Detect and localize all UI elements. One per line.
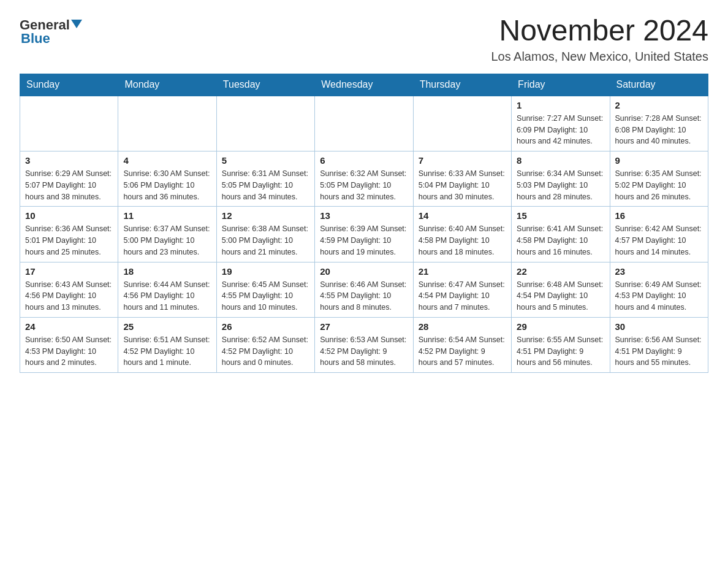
day-info: Sunrise: 6:37 AM Sunset: 5:00 PM Dayligh…: [123, 223, 211, 258]
calendar-cell: [20, 96, 118, 151]
day-info: Sunrise: 6:48 AM Sunset: 4:54 PM Dayligh…: [517, 279, 604, 313]
day-info: Sunrise: 7:28 AM Sunset: 6:08 PM Dayligh…: [615, 113, 703, 147]
day-number: 27: [320, 321, 408, 332]
calendar-cell: 4Sunrise: 6:30 AM Sunset: 5:06 PM Daylig…: [118, 151, 216, 207]
calendar-weekday-header: Sunday: [20, 74, 118, 96]
calendar-cell: 5Sunrise: 6:31 AM Sunset: 5:05 PM Daylig…: [216, 151, 314, 207]
calendar-cell: 25Sunrise: 6:51 AM Sunset: 4:52 PM Dayli…: [118, 317, 216, 372]
logo: General Blue: [20, 17, 82, 47]
logo-arrow-icon: [71, 20, 82, 28]
calendar-cell: [315, 96, 413, 151]
calendar-table: SundayMondayTuesdayWednesdayThursdayFrid…: [20, 74, 708, 373]
calendar-cell: 7Sunrise: 6:33 AM Sunset: 5:04 PM Daylig…: [413, 151, 511, 207]
calendar-cell: 23Sunrise: 6:49 AM Sunset: 4:53 PM Dayli…: [610, 262, 708, 317]
day-number: 4: [123, 155, 211, 166]
calendar-cell: 30Sunrise: 6:56 AM Sunset: 4:51 PM Dayli…: [610, 317, 708, 372]
day-number: 8: [517, 155, 604, 166]
calendar-header-row: SundayMondayTuesdayWednesdayThursdayFrid…: [20, 74, 708, 96]
calendar-cell: 15Sunrise: 6:41 AM Sunset: 4:58 PM Dayli…: [512, 207, 610, 262]
day-number: 18: [123, 266, 211, 277]
day-info: Sunrise: 6:55 AM Sunset: 4:51 PM Dayligh…: [517, 334, 604, 369]
calendar-week-row: 10Sunrise: 6:36 AM Sunset: 5:01 PM Dayli…: [20, 207, 708, 262]
day-number: 14: [419, 210, 506, 221]
logo-blue-text: Blue: [21, 31, 50, 47]
calendar-cell: 6Sunrise: 6:32 AM Sunset: 5:05 PM Daylig…: [315, 151, 413, 207]
day-number: 11: [123, 210, 211, 221]
day-number: 7: [419, 155, 506, 166]
day-info: Sunrise: 6:31 AM Sunset: 5:05 PM Dayligh…: [222, 168, 309, 202]
day-number: 15: [517, 210, 604, 221]
day-info: Sunrise: 6:39 AM Sunset: 4:59 PM Dayligh…: [320, 223, 408, 258]
calendar-cell: 8Sunrise: 6:34 AM Sunset: 5:03 PM Daylig…: [512, 151, 610, 207]
day-number: 3: [25, 155, 113, 166]
day-info: Sunrise: 6:32 AM Sunset: 5:05 PM Dayligh…: [320, 168, 408, 202]
title-block: November 2024 Los Alamos, New Mexico, Un…: [491, 15, 708, 64]
calendar-cell: 9Sunrise: 6:35 AM Sunset: 5:02 PM Daylig…: [610, 151, 708, 207]
day-info: Sunrise: 6:53 AM Sunset: 4:52 PM Dayligh…: [320, 334, 408, 369]
calendar-cell: [118, 96, 216, 151]
calendar-cell: 13Sunrise: 6:39 AM Sunset: 4:59 PM Dayli…: [315, 207, 413, 262]
calendar-cell: 18Sunrise: 6:44 AM Sunset: 4:56 PM Dayli…: [118, 262, 216, 317]
page-header: General Blue November 2024 Los Alamos, N…: [20, 15, 708, 64]
calendar-cell: 10Sunrise: 6:36 AM Sunset: 5:01 PM Dayli…: [20, 207, 118, 262]
calendar-cell: 26Sunrise: 6:52 AM Sunset: 4:52 PM Dayli…: [216, 317, 314, 372]
day-info: Sunrise: 6:45 AM Sunset: 4:55 PM Dayligh…: [222, 279, 309, 313]
page-subtitle: Los Alamos, New Mexico, United States: [491, 50, 708, 64]
day-number: 2: [615, 100, 703, 110]
day-info: Sunrise: 6:29 AM Sunset: 5:07 PM Dayligh…: [25, 168, 113, 202]
calendar-cell: 2Sunrise: 7:28 AM Sunset: 6:08 PM Daylig…: [610, 96, 708, 151]
calendar-cell: 28Sunrise: 6:54 AM Sunset: 4:52 PM Dayli…: [413, 317, 511, 372]
calendar-cell: 29Sunrise: 6:55 AM Sunset: 4:51 PM Dayli…: [512, 317, 610, 372]
calendar-cell: 12Sunrise: 6:38 AM Sunset: 5:00 PM Dayli…: [216, 207, 314, 262]
calendar-cell: 19Sunrise: 6:45 AM Sunset: 4:55 PM Dayli…: [216, 262, 314, 317]
calendar-cell: 21Sunrise: 6:47 AM Sunset: 4:54 PM Dayli…: [413, 262, 511, 317]
calendar-cell: [413, 96, 511, 151]
calendar-cell: 17Sunrise: 6:43 AM Sunset: 4:56 PM Dayli…: [20, 262, 118, 317]
day-number: 23: [615, 266, 703, 277]
calendar-week-row: 1Sunrise: 7:27 AM Sunset: 6:09 PM Daylig…: [20, 96, 708, 151]
day-number: 1: [517, 100, 604, 110]
calendar-weekday-header: Thursday: [413, 74, 511, 96]
calendar-cell: 11Sunrise: 6:37 AM Sunset: 5:00 PM Dayli…: [118, 207, 216, 262]
calendar-cell: 3Sunrise: 6:29 AM Sunset: 5:07 PM Daylig…: [20, 151, 118, 207]
day-info: Sunrise: 6:35 AM Sunset: 5:02 PM Dayligh…: [615, 168, 703, 202]
day-info: Sunrise: 6:41 AM Sunset: 4:58 PM Dayligh…: [517, 223, 604, 258]
day-number: 21: [419, 266, 506, 277]
day-number: 30: [615, 321, 703, 332]
day-number: 22: [517, 266, 604, 277]
day-info: Sunrise: 6:36 AM Sunset: 5:01 PM Dayligh…: [25, 223, 113, 258]
day-info: Sunrise: 6:43 AM Sunset: 4:56 PM Dayligh…: [25, 279, 113, 313]
day-info: Sunrise: 6:33 AM Sunset: 5:04 PM Dayligh…: [419, 168, 506, 202]
day-number: 29: [517, 321, 604, 332]
calendar-cell: [216, 96, 314, 151]
day-number: 5: [222, 155, 309, 166]
day-number: 10: [25, 210, 113, 221]
day-info: Sunrise: 6:49 AM Sunset: 4:53 PM Dayligh…: [615, 279, 703, 313]
calendar-weekday-header: Friday: [512, 74, 610, 96]
day-info: Sunrise: 6:42 AM Sunset: 4:57 PM Dayligh…: [615, 223, 703, 258]
day-number: 12: [222, 210, 309, 221]
day-info: Sunrise: 6:54 AM Sunset: 4:52 PM Dayligh…: [419, 334, 506, 369]
calendar-cell: 1Sunrise: 7:27 AM Sunset: 6:09 PM Daylig…: [512, 96, 610, 151]
calendar-cell: 24Sunrise: 6:50 AM Sunset: 4:53 PM Dayli…: [20, 317, 118, 372]
day-number: 9: [615, 155, 703, 166]
calendar-weekday-header: Saturday: [610, 74, 708, 96]
calendar-weekday-header: Monday: [118, 74, 216, 96]
day-info: Sunrise: 6:44 AM Sunset: 4:56 PM Dayligh…: [123, 279, 211, 313]
calendar-cell: 20Sunrise: 6:46 AM Sunset: 4:55 PM Dayli…: [315, 262, 413, 317]
day-info: Sunrise: 6:34 AM Sunset: 5:03 PM Dayligh…: [517, 168, 604, 202]
day-number: 13: [320, 210, 408, 221]
calendar-cell: 16Sunrise: 6:42 AM Sunset: 4:57 PM Dayli…: [610, 207, 708, 262]
day-info: Sunrise: 6:51 AM Sunset: 4:52 PM Dayligh…: [123, 334, 211, 369]
calendar-cell: 22Sunrise: 6:48 AM Sunset: 4:54 PM Dayli…: [512, 262, 610, 317]
day-info: Sunrise: 6:46 AM Sunset: 4:55 PM Dayligh…: [320, 279, 408, 313]
calendar-cell: 14Sunrise: 6:40 AM Sunset: 4:58 PM Dayli…: [413, 207, 511, 262]
day-info: Sunrise: 6:47 AM Sunset: 4:54 PM Dayligh…: [419, 279, 506, 313]
day-number: 16: [615, 210, 703, 221]
day-info: Sunrise: 6:40 AM Sunset: 4:58 PM Dayligh…: [419, 223, 506, 258]
day-info: Sunrise: 6:56 AM Sunset: 4:51 PM Dayligh…: [615, 334, 703, 369]
day-number: 20: [320, 266, 408, 277]
day-info: Sunrise: 6:52 AM Sunset: 4:52 PM Dayligh…: [222, 334, 309, 369]
day-number: 24: [25, 321, 113, 332]
calendar-cell: 27Sunrise: 6:53 AM Sunset: 4:52 PM Dayli…: [315, 317, 413, 372]
